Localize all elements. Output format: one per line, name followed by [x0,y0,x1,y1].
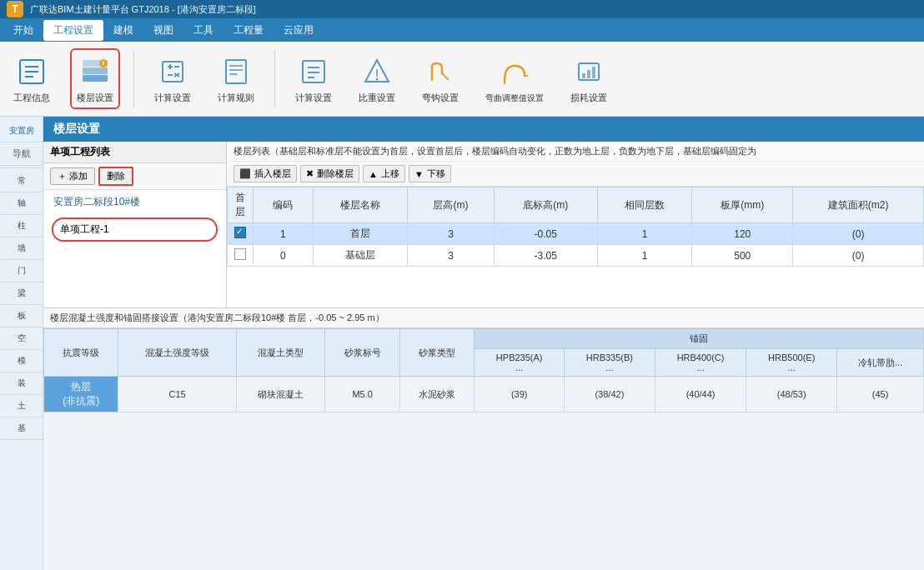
toolbar-louceng-shezhi[interactable]: 楼层设置 [70,48,120,109]
project-item-building[interactable]: 安置房二标段10#楼 [43,190,226,214]
delete-layer-button[interactable]: ✖ 删除楼层 [300,165,359,182]
col-mortar-type: 砂浆类型 [399,329,474,377]
menu-gongju[interactable]: 工具 [183,20,223,41]
cell-base-elev-2: -3.05 [494,245,597,267]
menu-shitu[interactable]: 视图 [143,20,183,41]
sidebar-item-liang[interactable]: 梁 [0,282,43,305]
table-row[interactable]: 1 首层 3 -0.05 1 120 (0) [228,223,924,245]
cell-name-2: 基础层 [313,245,408,267]
menu-bar: 开始 工程设置 建模 视图 工具 工程量 云应用 [0,18,924,42]
move-down-button[interactable]: ▼ 下移 [409,165,451,182]
cell-base-elev-1: -0.05 [494,223,597,245]
toolbar-jisuan-shezhi2[interactable]: 计算设置 [289,50,339,108]
cell-height-2: 3 [408,245,494,267]
toolbar-louceng-shezhi-label: 楼层设置 [77,92,113,104]
svg-rect-33 [587,70,590,78]
cell-code-2: 0 [254,245,314,267]
toolbar-jisuan-shezhi2-label: 计算设置 [295,92,332,104]
sidebar-item-zhou[interactable]: 轴 [0,192,43,215]
top-section: 单项工程列表 ＋ 添加 删除 安置房二标段10#楼 单项工程-1 [43,142,924,308]
toolbar-bizhong-shezhi[interactable]: 比重设置 [352,50,402,108]
menu-yunyingyong[interactable]: 云应用 [274,20,324,41]
cell-strength: C15 [118,377,236,412]
sidebar-item-zhuang[interactable]: 装 [0,372,43,395]
main-panel: 楼层设置 单项工程列表 ＋ 添加 删除 安置房二标段10#楼 单项工程-1 [43,117,924,570]
toolbar-sunhao-shezhi[interactable]: 损耗设置 [564,50,614,108]
sunhao-shezhi-icon [570,53,607,90]
checkbox-row2[interactable] [228,245,254,267]
sidebar-item-zhu[interactable]: 柱 [0,215,43,238]
cell-code-1: 1 [254,223,314,245]
left-sidebar: 安置房 导航 常 轴 柱 墙 门 梁 板 空 模 装 土 基 [0,117,43,570]
insert-layer-button[interactable]: ⬛ 插入楼层 [234,165,297,182]
cell-height-1: 3 [408,223,494,245]
cell-hrb335: (38/42) [565,377,655,412]
checkbox-row1[interactable] [228,223,254,245]
bottom-section: 楼层混凝土强度和锚固搭接设置（港沟安置房二标段10#楼 首层，-0.05 ~ 2… [43,308,924,570]
sidebar-item-tu[interactable]: 土 [0,395,43,418]
bottom-section-header: 楼层混凝土强度和锚固搭接设置（港沟安置房二标段10#楼 首层，-0.05 ~ 2… [43,308,924,328]
col-hrb335: HRB335(B)... [565,349,655,377]
col-hrb500: HRB500(E)... [746,349,837,377]
toolbar-divider-1 [133,50,134,108]
move-up-button[interactable]: ▲ 上移 [363,165,405,182]
col-firstlayer: 首层 [228,188,254,223]
toolbar: 工程信息 楼层设置 [0,42,924,117]
toolbar-divider-2 [274,50,275,108]
toolbar-jisuan-guize-label: 计算规则 [218,92,254,104]
content-area: 安置房 导航 常 轴 柱 墙 门 梁 板 空 模 装 土 基 楼层设置 单项工程… [0,117,924,570]
cell-type: 热层 (非抗震) [44,377,118,412]
toolbar-wangou-shezhi[interactable]: 弯钩设置 [415,50,465,108]
app-title: 广联达BIM土建计量平台 GTJ2018 - [港沟安置房二标段] [30,3,256,16]
insert-icon: ⬛ [239,168,251,179]
col-floor-area: 建筑面积(m2) [793,188,924,223]
toolbar-jisuan-shezhi[interactable]: 计算设置 [148,50,198,108]
sidebar-item-ji[interactable]: 基 [0,418,43,440]
cell-same-1: 1 [597,223,692,245]
gongcheng-xinxi-icon [13,53,50,90]
menu-jianmo[interactable]: 建模 [103,20,143,41]
table-row[interactable]: 0 基础层 3 -3.05 1 500 (0) [228,245,924,267]
col-name: 楼层名称 [313,188,408,223]
menu-gongliang[interactable]: 工程量 [223,20,274,41]
add-icon: ＋ [58,171,67,181]
col-mortar-grade: 砂浆标号 [325,329,399,377]
sidebar-item-qiang[interactable]: 墙 [0,238,43,260]
louceng-shezhi-icon [77,53,113,90]
toolbar-jisuan-guize[interactable]: 计算规则 [211,50,261,108]
cell-hrb500: (48/53) [746,377,837,412]
toolbar-wanqu-shezhi[interactable]: 弯曲调整值设置 [479,51,550,108]
table-row[interactable]: 热层 (非抗震) C15 砌块混凝土 M5.0 水泥砂浆 (39) (38/42… [44,377,924,412]
sidebar-item-chang[interactable]: 常 [0,170,43,192]
sidebar-item-anzhifang: 安置房 [0,120,43,142]
menu-gongcheng-shezhi[interactable]: 工程设置 [43,20,103,41]
col-hpb235: HPB235(A)... [475,349,565,377]
delete-project-button[interactable]: 删除 [98,167,133,186]
wangou-shezhi-icon [422,53,459,90]
layer-table-wrap: 首层 编码 楼层名称 层高(m) 底标高(m) 相同层数 板厚(mm) 建筑面积… [227,187,924,308]
cell-slab-2: 500 [692,245,793,267]
sidebar-item-kong[interactable]: 空 [0,328,43,350]
sidebar-item-mo[interactable]: 模 [0,350,43,372]
jisuan-shezhi-icon [154,53,191,90]
col-cold-roll: 冷轧带肋... [837,349,924,377]
cell-same-2: 1 [597,245,692,267]
cell-cold-roll: (45) [837,377,924,412]
toolbar-gongcheng-xinxi[interactable]: 工程信息 [7,50,57,108]
col-base-elev: 底标高(m) [494,188,597,223]
project-item-sub1[interactable]: 单项工程-1 [52,218,218,242]
wanqu-shezhi-icon [496,54,533,91]
cell-mortar-grade: M5.0 [325,377,399,412]
toolbar-gongcheng-xinxi-label: 工程信息 [13,92,50,104]
delete-icon: ✖ [306,168,314,179]
toolbar-wanqu-shezhi-label: 弯曲调整值设置 [485,92,544,104]
sidebar-item-men[interactable]: 门 [0,260,43,282]
layer-table-info: 楼层列表（基础层和标准层不能设置为首层，设置首层后，楼层编码自动变化，正数为地上… [227,142,924,162]
sidebar-item-daohang: 导航 [0,142,43,166]
layer-table: 首层 编码 楼层名称 层高(m) 底标高(m) 相同层数 板厚(mm) 建筑面积… [227,187,924,267]
add-project-button[interactable]: ＋ 添加 [50,168,95,185]
sidebar-item-ban[interactable]: 板 [0,305,43,328]
down-arrow-icon: ▼ [414,169,424,179]
menu-kaishi[interactable]: 开始 [3,20,43,41]
cell-slab-1: 120 [692,223,793,245]
